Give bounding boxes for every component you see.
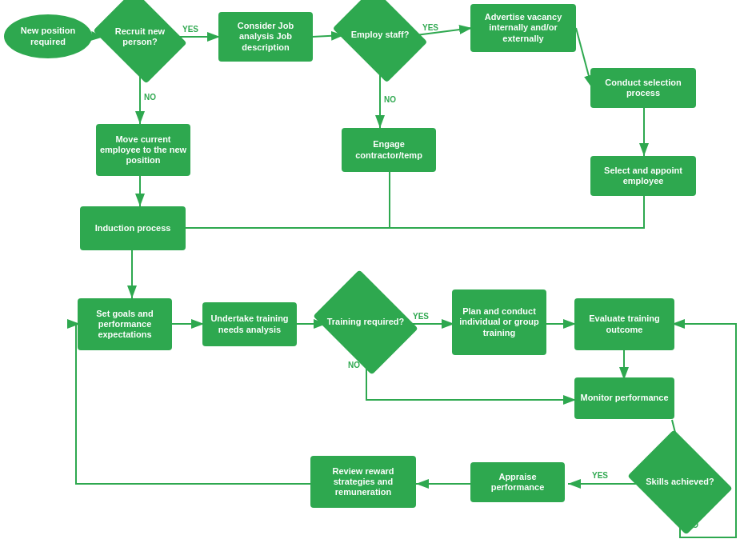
evaluate-node: Evaluate training outcome [574,298,674,350]
svg-text:NO: NO [384,95,396,104]
new-position-node: New position required [4,14,92,58]
skills-achieved-node: Skills achieved? [638,449,722,515]
move-employee-node: Move current employee to the new positio… [96,124,190,176]
svg-text:YES: YES [422,23,438,32]
review-reward-node: Review reward strategies and remuneratio… [310,456,416,508]
conduct-selection-node: Conduct selection process [590,68,696,108]
recruit-new-node: Recruit new person? [102,8,178,66]
training-needs-node: Undertake training needs analysis [202,302,297,346]
set-goals-node: Set goals and performance expectations [78,298,172,350]
flowchart: YES YES NO NO YES [0,0,756,555]
svg-text:NO: NO [144,93,156,102]
monitor-node: Monitor performance [574,377,674,419]
consider-job-node: Consider Job analysis Job description [218,12,313,62]
training-required-node: Training required? [324,289,407,355]
svg-text:YES: YES [413,312,429,321]
svg-text:YES: YES [182,25,198,34]
select-appoint-node: Select and appoint employee [590,156,696,196]
plan-conduct-node: Plan and conduct individual or group tra… [452,289,546,355]
svg-text:YES: YES [592,471,608,480]
svg-line-7 [576,28,592,88]
appraise-node: Appraise performance [470,462,565,502]
advertise-node: Advertise vacancy internally and/or exte… [470,4,576,52]
engage-contractor-node: Engage contractor/temp [342,128,436,172]
induction-node: Induction process [80,206,186,250]
employ-staff-node: Employ staff? [342,6,418,64]
